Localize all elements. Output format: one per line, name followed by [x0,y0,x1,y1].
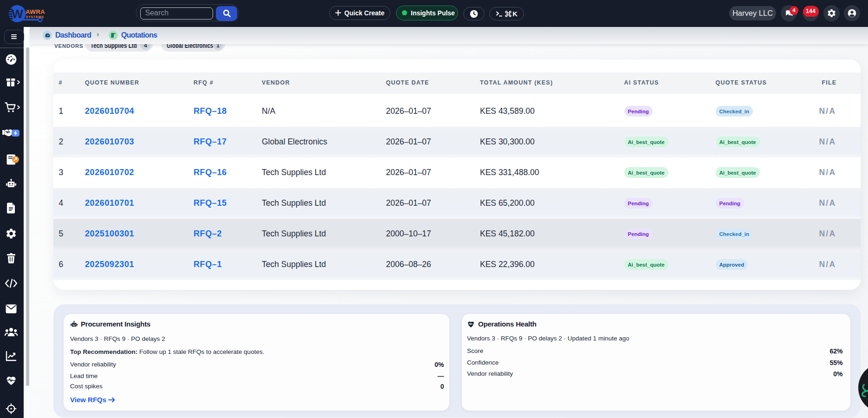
svg-text:W: W [12,7,23,21]
svg-text:AWRA: AWRA [26,8,45,15]
svg-text:SYSTEMS: SYSTEMS [26,15,44,19]
